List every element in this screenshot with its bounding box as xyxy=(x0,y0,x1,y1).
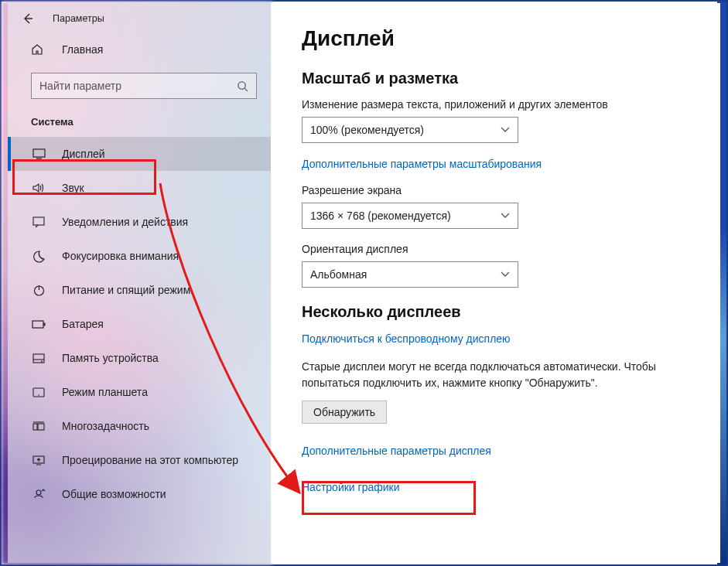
svg-point-13 xyxy=(36,490,41,495)
sidebar-item-label: Уведомления и действия xyxy=(62,216,188,228)
sidebar-item-battery[interactable]: Батарея xyxy=(8,307,271,341)
search-input[interactable] xyxy=(39,80,237,92)
sidebar-item-power[interactable]: Питание и спящий режим xyxy=(8,273,271,307)
multi-section-title: Несколько дисплеев xyxy=(302,303,689,321)
arrow-left-icon xyxy=(22,12,34,25)
power-icon xyxy=(31,285,46,296)
svg-point-9 xyxy=(38,394,39,396)
resolution-value: 1366 × 768 (рекомендуется) xyxy=(310,210,451,222)
search-icon xyxy=(237,80,248,92)
sidebar-item-label: Память устройства xyxy=(62,352,159,364)
settings-window: ─ ▢ ✕ Параметры Главная Система xyxy=(0,0,728,566)
svg-rect-10 xyxy=(33,424,37,430)
chevron-down-icon xyxy=(501,127,510,133)
sidebar-item-projecting[interactable]: Проецирование на этот компьютер xyxy=(8,443,271,477)
svg-rect-11 xyxy=(38,424,44,430)
orientation-value: Альбомная xyxy=(310,268,367,281)
chevron-down-icon xyxy=(501,271,510,278)
search-box[interactable] xyxy=(31,73,257,99)
sidebar-item-label: Фокусировка внимания xyxy=(62,250,179,262)
back-button[interactable] xyxy=(19,9,37,28)
svg-rect-2 xyxy=(33,217,44,225)
svg-rect-1 xyxy=(33,149,45,157)
multi-display-desc: Старые дисплеи могут не всегда подключат… xyxy=(302,359,673,391)
chevron-down-icon xyxy=(501,213,510,219)
sidebar-item-sound[interactable]: Звук xyxy=(8,171,271,205)
sidebar-item-label: Многозадачность xyxy=(62,420,149,432)
focus-icon xyxy=(31,251,46,262)
scale-section-title: Масштаб и разметка xyxy=(302,70,689,87)
display-icon xyxy=(31,148,46,159)
scale-dropdown[interactable]: 100% (рекомендуется) xyxy=(302,117,518,143)
sidebar-item-label: Дисплей xyxy=(62,148,105,160)
sidebar-item-label: Проецирование на этот компьютер xyxy=(62,454,238,466)
scale-label: Изменение размера текста, приложений и д… xyxy=(302,98,689,111)
graphics-settings-link[interactable]: Настройки графики xyxy=(302,481,400,493)
resolution-dropdown[interactable]: 1366 × 768 (рекомендуется) xyxy=(302,203,518,229)
shared-icon xyxy=(31,489,46,500)
detect-button[interactable]: Обнаружить xyxy=(302,401,387,424)
sidebar-item-storage[interactable]: Память устройства xyxy=(8,341,271,375)
header: Параметры xyxy=(8,3,271,34)
advanced-display-link[interactable]: Дополнительные параметры дисплея xyxy=(302,445,491,457)
sound-icon xyxy=(31,182,46,193)
tablet-icon xyxy=(31,387,46,397)
battery-icon xyxy=(31,320,46,329)
sidebar-item-multitask[interactable]: Многозадачность xyxy=(8,409,271,443)
storage-icon xyxy=(31,353,46,363)
app-title: Параметры xyxy=(53,13,104,24)
content-pane: Дисплей Масштаб и разметка Изменение раз… xyxy=(271,3,720,563)
home-link[interactable]: Главная xyxy=(8,34,271,65)
orientation-label: Ориентация дисплея xyxy=(302,243,689,255)
advanced-scale-link[interactable]: Дополнительные параметры масштабирования xyxy=(302,158,542,170)
resolution-label: Разрешение экрана xyxy=(302,184,689,196)
sidebar-item-label: Питание и спящий режим xyxy=(62,284,190,296)
scale-value: 100% (рекомендуется) xyxy=(310,124,424,136)
home-icon xyxy=(31,43,46,56)
sidebar-item-shared[interactable]: Общие возможности xyxy=(8,477,271,511)
sidebar-item-display[interactable]: Дисплей xyxy=(8,137,271,171)
svg-rect-6 xyxy=(33,354,44,363)
svg-point-7 xyxy=(41,360,43,362)
orientation-dropdown[interactable]: Альбомная xyxy=(302,261,518,288)
section-label: Система xyxy=(8,113,271,137)
notifications-icon xyxy=(31,217,46,227)
svg-point-0 xyxy=(238,81,245,88)
sidebar-item-label: Общие возможности xyxy=(62,488,166,500)
svg-rect-5 xyxy=(44,322,46,326)
sidebar-item-focus[interactable]: Фокусировка внимания xyxy=(8,239,271,273)
svg-rect-4 xyxy=(32,321,43,328)
sidebar-item-notifications[interactable]: Уведомления и действия xyxy=(8,205,271,239)
sidebar-item-label: Батарея xyxy=(62,318,104,330)
sidebar-item-tablet[interactable]: Режим планшета xyxy=(8,375,271,409)
projecting-icon xyxy=(31,455,46,465)
wireless-display-link[interactable]: Подключиться к беспроводному дисплею xyxy=(302,332,511,345)
sidebar-item-label: Режим планшета xyxy=(62,386,148,398)
multitask-icon xyxy=(31,421,46,431)
home-label: Главная xyxy=(62,43,103,56)
sidebar: Параметры Главная Система Дисплей Звук xyxy=(8,3,271,563)
page-title: Дисплей xyxy=(302,26,689,51)
sidebar-item-label: Звук xyxy=(62,182,84,194)
